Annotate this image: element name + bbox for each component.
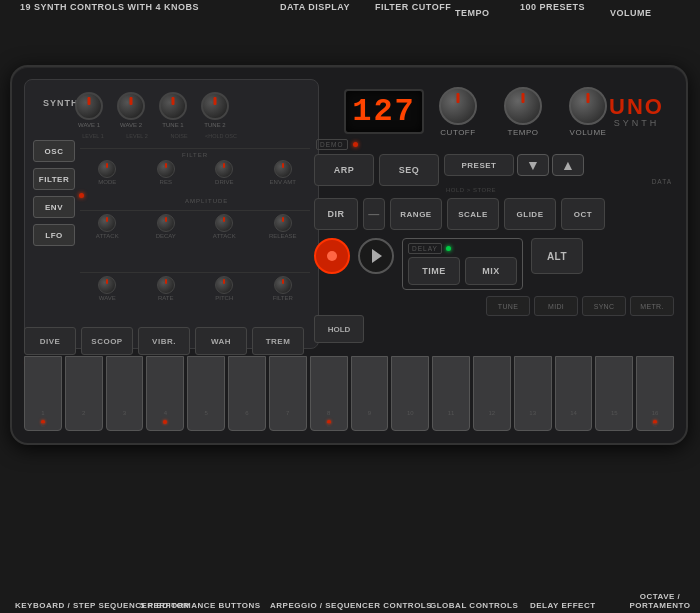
level-labels: LEVEL 1 LEVEL 2 NOISE <HOLD OSC <box>75 133 239 139</box>
transport-section <box>314 238 394 274</box>
env-row: ATTACK DECAY ATTACK RELEASE <box>80 210 310 239</box>
util-midi-button[interactable]: MIDI <box>534 296 578 316</box>
filter-res-knob[interactable] <box>157 160 175 178</box>
util-buttons-row: TUNE MIDI SYNC METR. <box>314 296 674 316</box>
key-1-num: 1 <box>41 410 44 416</box>
key-11[interactable]: 11 <box>432 356 470 431</box>
filter-drive-knob[interactable] <box>215 160 233 178</box>
delay-mix-button[interactable]: MIX <box>465 257 517 285</box>
knob-label-wave2: WAVE 2 <box>117 122 145 128</box>
env-decay-knob[interactable] <box>157 214 175 232</box>
tempo-label: TEMPO <box>504 128 542 137</box>
arp-button[interactable]: ARP <box>314 154 374 186</box>
preset-button[interactable]: PRESET <box>444 154 514 176</box>
alt-button[interactable]: ALT <box>531 238 583 274</box>
scale-button[interactable]: SCALE <box>447 198 499 230</box>
knob-label-wave1: WAVE 1 <box>75 122 103 128</box>
hold-store-label: HOLD > STORE <box>444 187 674 193</box>
key-6[interactable]: 6 <box>228 356 266 431</box>
key-5[interactable]: 5 <box>187 356 225 431</box>
knob-tune1[interactable] <box>159 92 187 120</box>
key-16[interactable]: 16 C <box>636 356 674 431</box>
key-3[interactable]: 3 <box>106 356 144 431</box>
key-10[interactable]: 10 <box>391 356 429 431</box>
label-global-controls: GLOBAL CONTROLS <box>430 601 518 611</box>
filter-mode-label: MODE <box>80 179 135 185</box>
cutoff-label: CUTOFF <box>439 128 477 137</box>
cutoff-knob[interactable] <box>439 87 477 125</box>
synth-body: SYNTH WAVE 1 WAVE 2 TUNE 1 TUNE 2 LEVEL … <box>10 65 688 445</box>
key-2[interactable]: 2 <box>65 356 103 431</box>
lfo-filter-knob[interactable] <box>274 276 292 294</box>
env-release-knob[interactable] <box>274 214 292 232</box>
cutoff-area: CUTOFF <box>439 87 477 137</box>
transport-delay-row: DELAY TIME MIX ALT <box>314 238 674 290</box>
util-tune-button[interactable]: TUNE <box>486 296 530 316</box>
record-button[interactable] <box>314 238 350 274</box>
oct-button[interactable]: OCT <box>561 198 605 230</box>
lfo-wave-label: WAVE <box>80 295 135 301</box>
key-3-num: 3 <box>123 410 126 416</box>
filter-mode-knob[interactable] <box>98 160 116 178</box>
data-up-button[interactable]: ▲ <box>552 154 584 176</box>
volume-area: VOLUME <box>569 87 607 137</box>
env-knobs-row: ATTACK DECAY ATTACK RELEASE <box>80 214 310 239</box>
play-button[interactable] <box>358 238 394 274</box>
key-13[interactable]: 13 <box>514 356 552 431</box>
key-14[interactable]: 14 <box>555 356 593 431</box>
label-volume: VOLUME <box>610 8 652 19</box>
hold-button[interactable]: HOLD <box>314 315 364 343</box>
glide-button[interactable]: GLIDE <box>504 198 556 230</box>
env-attack1-knob[interactable] <box>98 214 116 232</box>
demo-row: DEMO <box>316 139 674 150</box>
key-12[interactable]: 12 <box>473 356 511 431</box>
seq-button[interactable]: SEQ <box>379 154 439 186</box>
env-attack2-knob[interactable] <box>215 214 233 232</box>
label-tempo: TEMPO <box>455 8 490 19</box>
osc-button[interactable]: OSC <box>33 140 75 162</box>
env-button[interactable]: ENV <box>33 196 75 218</box>
label-oct-portamento: OCTAVE / PORTAMENTO <box>620 592 700 611</box>
key-4[interactable]: 4 <box>146 356 184 431</box>
lfo-rate-knob[interactable] <box>157 276 175 294</box>
key-9[interactable]: 9 <box>351 356 389 431</box>
amplitude-header: AMPLITUDE <box>185 198 228 204</box>
filter-envamt-label: ENV AMT <box>256 179 311 185</box>
key-1[interactable]: 1 C <box>24 356 62 431</box>
data-label: DATA <box>444 178 674 185</box>
range-button[interactable]: RANGE <box>390 198 442 230</box>
delay-header-row: DELAY <box>408 243 517 254</box>
util-metr-button[interactable]: METR. <box>630 296 674 316</box>
label-synth-controls: 19 SYNTH CONTROLS WITH 4 KNOBS <box>20 2 199 13</box>
volume-knob[interactable] <box>569 87 607 125</box>
dash-button[interactable]: — <box>363 198 385 230</box>
lfo-pitch-label: PITCH <box>197 295 252 301</box>
delay-time-button[interactable]: TIME <box>408 257 460 285</box>
knob-wave1[interactable] <box>75 92 103 120</box>
dir-button[interactable]: DIR <box>314 198 358 230</box>
level-label-noise: NOISE <box>163 133 195 139</box>
data-down-button[interactable]: ▼ <box>517 154 549 176</box>
delay-label: DELAY <box>408 243 442 254</box>
util-sync-button[interactable]: SYNC <box>582 296 626 316</box>
key-15-num: 15 <box>611 410 618 416</box>
filter-envamt-knob[interactable] <box>274 160 292 178</box>
knob-tune2[interactable] <box>201 92 229 120</box>
filter-res-label: RES <box>139 179 194 185</box>
right-panel: 127 CUTOFF TEMPO VOLUME UNO SYNTH DEMO <box>314 79 674 349</box>
label-delay-effect: DELAY EFFECT <box>530 601 596 611</box>
key-8[interactable]: 8 C <box>310 356 348 431</box>
key-8-num: 8 <box>327 410 330 416</box>
key-12-num: 12 <box>489 410 496 416</box>
key-15[interactable]: 15 <box>595 356 633 431</box>
arp-seq-row: ARP SEQ PRESET ▼ ▲ DATA HOLD > STORE <box>314 154 674 193</box>
key-7[interactable]: 7 <box>269 356 307 431</box>
tempo-knob[interactable] <box>504 87 542 125</box>
lfo-button[interactable]: LFO <box>33 224 75 246</box>
filter-button[interactable]: FILTER <box>33 168 75 190</box>
knob-wave2[interactable] <box>117 92 145 120</box>
key-5-num: 5 <box>204 410 207 416</box>
keys-container: 1 C 2 3 4 5 6 7 8 C 9 10 <box>24 346 674 431</box>
lfo-wave-knob[interactable] <box>98 276 116 294</box>
lfo-pitch-knob[interactable] <box>215 276 233 294</box>
